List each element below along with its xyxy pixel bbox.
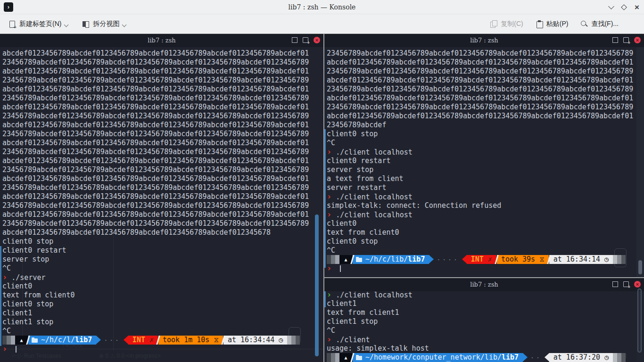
directory-name: lib7 — [502, 353, 519, 362]
ghost-text: ✄ ▷ Run Testcases — [12, 353, 61, 359]
terminal-line: 23456789abcdef0123456789abcdef0123456789… — [2, 183, 323, 192]
directory-name: lib7 — [75, 336, 92, 345]
terminal-line: 23456789abcdef — [327, 121, 644, 130]
terminal-line: client1 — [2, 309, 323, 318]
terminal-line: text from client1 — [327, 308, 644, 317]
terminal-line: abcdef0123456789abcdef0123456789abcdef01… — [2, 121, 323, 130]
terminal-line: 23456789abcdef0123456789abcdef0123456789… — [2, 165, 323, 174]
copy-button[interactable]: 复制(C) — [486, 17, 527, 31]
chevron-down-icon — [64, 22, 69, 27]
terminal-line: ^C — [2, 327, 323, 336]
terminal-line: server stop — [2, 255, 323, 264]
scrollbar-thumb[interactable] — [638, 260, 642, 274]
hamburger-menu-button[interactable] — [628, 18, 639, 30]
paste-button[interactable]: 粘贴(P) — [532, 17, 572, 31]
terminal-line: abcdef0123456789abcdef0123456789abcdef01… — [2, 192, 323, 201]
prompt-block — [327, 255, 331, 264]
expand-pane-icon[interactable] — [612, 281, 618, 287]
terminal-line: 23456789abcdef0123456789abcdef0123456789… — [327, 85, 644, 94]
terminal-line: abcdef0123456789abcdef0123456789abcdef01… — [327, 94, 644, 103]
find-button[interactable]: 查找(F)... — [577, 17, 622, 31]
terminal-line: 23456789abcdef0123456789abcdef0123456789… — [2, 219, 323, 228]
terminal-pane-right-bottom[interactable]: UTF-8Default lib7 : zsh × › ./client loc… — [324, 278, 644, 362]
prompt-arrow: › — [327, 335, 331, 344]
prompt-block — [331, 353, 335, 362]
terminal-line: text from client0 — [2, 291, 323, 300]
hourglass-icon: ⧖ — [214, 336, 219, 344]
terminal-line: abcdef0123456789abcdef0123456789abcdef01… — [2, 67, 323, 76]
terminal-pane-right-top[interactable]: client1.txt ×client.cnetdb.h lib7 : zsh … — [324, 34, 644, 277]
terminal-output[interactable]: 23456789abcdef0123456789abcdef0123456789… — [327, 49, 644, 273]
prompt-arrow: › — [327, 290, 331, 299]
terminal-line: › ./client localhost — [327, 290, 644, 299]
detach-pane-icon[interactable] — [303, 37, 308, 43]
split-view-button[interactable]: 拆分视图 — [78, 17, 130, 31]
terminal-line: client0 stop — [2, 300, 323, 309]
folder-icon — [32, 338, 38, 343]
detach-pane-icon[interactable] — [623, 37, 629, 43]
copy-label: 复制(C) — [501, 20, 523, 28]
window-titlebar[interactable]: › lib7 : zsh — Konsole × — [0, 0, 644, 14]
terminal-split-area: 资源管理器server.ctest.txtserver.txt› 时间线✄ ▷ … — [0, 34, 644, 362]
maximize-icon[interactable] — [621, 4, 627, 10]
new-tab-label: 新建标签页(N) — [19, 20, 61, 28]
close-icon[interactable]: × — [635, 3, 639, 11]
expand-pane-icon[interactable] — [292, 37, 297, 43]
folder-icon — [356, 356, 362, 360]
copy-icon — [490, 20, 497, 28]
terminal-line: abcdef0123456789abcdef0123456789abcdef01… — [2, 49, 323, 58]
powerline-arrow-icon — [429, 255, 434, 263]
terminal-line: › ./client localhost — [327, 192, 644, 201]
terminal-line: client0 restart — [327, 156, 644, 165]
pane-title: lib7 : zsh — [324, 34, 644, 47]
terminal-output[interactable]: abcdef0123456789abcdef0123456789abcdef01… — [2, 49, 323, 354]
new-lines-highlight — [0, 246, 1, 346]
pane-splitter-horizontal[interactable] — [324, 277, 644, 278]
split-view-icon — [82, 20, 90, 28]
pane-titlebar[interactable]: lib7 : zsh × — [324, 34, 644, 47]
terminal-line: usage: simplex-talk host — [327, 344, 644, 353]
terminal-line: abcdef0123456789abcdef0123456789abcdef01… — [2, 85, 323, 94]
prompt-block — [613, 353, 617, 362]
powerline-arrow-icon — [523, 353, 528, 362]
scrollbar-thumb[interactable] — [637, 288, 642, 353]
main-toolbar: 新建标签页(N) 拆分视图 复制(C) 粘贴(P) 查找(F)... — [0, 15, 644, 34]
terminal-line: client1 stop — [2, 318, 323, 327]
time-segment: at 16:34:14 ◷ — [549, 255, 613, 264]
pane-titlebar[interactable]: lib7 : zsh × — [324, 278, 644, 291]
close-pane-icon[interactable]: × — [314, 37, 320, 43]
ghost-text: ⊗ 0 ⚠ 0 0 <in progress> — [99, 353, 161, 359]
prompt-block — [327, 353, 331, 362]
pane-title: lib7 : zsh — [0, 34, 323, 47]
terminal-line: 23456789abcdef0123456789abcdef0123456789… — [327, 49, 644, 58]
prompt-block — [335, 255, 339, 264]
powerline-arrow-icon — [124, 336, 128, 344]
expand-pane-icon[interactable] — [612, 37, 618, 43]
pane-titlebar[interactable]: lib7 : zsh × — [0, 34, 323, 47]
prompt-arrow: › — [2, 344, 7, 354]
clock-icon: ◷ — [604, 255, 609, 263]
prompt-filler-dots: ·· — [528, 353, 545, 362]
scrollbar-thumb[interactable] — [315, 214, 319, 356]
new-tab-button[interactable]: 新建标签页(N) — [5, 17, 72, 31]
terminal-line: abcdef0123456789abcdef0123456789abcdef01… — [327, 76, 644, 85]
prompt-powerline: ▲~/homework/conputer_network/lib/lib7··a… — [327, 353, 644, 362]
terminal-line: abcdef0123456789abcdef0123456789abcdef01… — [2, 156, 323, 165]
pane-title: lib7 : zsh — [324, 278, 644, 291]
terminal-line: server stop — [327, 165, 644, 174]
window-title: lib7 : zsh — Konsole — [0, 0, 644, 14]
terminal-output[interactable]: › ./client localhostclient1text from cli… — [327, 290, 644, 362]
pane-splitter-vertical[interactable] — [323, 34, 324, 362]
terminal-line: client1 stop — [327, 317, 644, 326]
text-cursor — [340, 265, 341, 272]
terminal-pane-left[interactable]: 资源管理器server.ctest.txtserver.txt› 时间线✄ ▷ … — [0, 34, 323, 362]
close-pane-icon[interactable]: × — [634, 281, 641, 288]
minimize-icon[interactable] — [608, 3, 614, 9]
powerline-arrow-icon — [462, 255, 467, 263]
prompt-arrow: › — [327, 210, 331, 219]
detach-pane-icon[interactable] — [623, 281, 629, 287]
hourglass-icon: ⧖ — [539, 255, 545, 263]
close-pane-icon[interactable]: × — [634, 37, 641, 43]
prompt-block — [335, 353, 339, 362]
terminal-line: simplex-talk: connect: Connection refuse… — [327, 201, 644, 210]
